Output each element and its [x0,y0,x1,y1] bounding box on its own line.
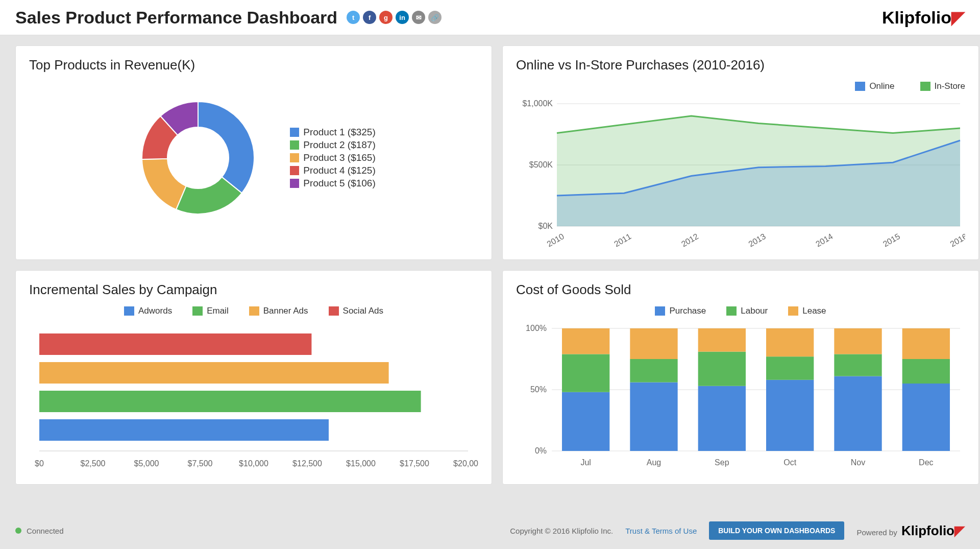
svg-text:Dec: Dec [919,458,933,467]
legend-item: In-Store [920,81,965,91]
svg-rect-42 [698,352,746,386]
gplus-icon[interactable]: g [379,11,393,24]
svg-text:$500K: $500K [529,160,553,169]
terms-link[interactable]: Trust & Terms of Use [625,527,697,535]
svg-text:2014: 2014 [814,232,834,249]
svg-text:$5,000: $5,000 [134,459,159,468]
card-cost-of-goods: Cost of Goods Sold PurchaseLabourLease 0… [502,270,979,485]
legend-item: Email [192,306,229,316]
legend-item: Product 5 ($106) [290,178,376,189]
stack-chart: 0%50%100%JulAugSepOctNovDec [516,323,965,476]
card-incremental-sales: Incremental Sales by Campaign AdwordsEma… [15,270,492,485]
svg-text:2010: 2010 [546,232,566,249]
hbar-legend: AdwordsEmailBanner AdsSocial Ads [29,306,478,316]
svg-text:2016: 2016 [949,232,965,249]
svg-rect-45 [766,380,814,451]
card-title: Top Products in Revenue(K) [29,57,478,73]
build-dashboards-button[interactable]: BUILD YOUR OWN DASHBOARDS [709,521,844,540]
svg-rect-47 [766,328,814,356]
svg-rect-41 [698,386,746,451]
svg-text:2011: 2011 [612,232,632,249]
donut-chart [132,91,264,224]
legend-item: Adwords [124,306,172,316]
svg-text:$2,500: $2,500 [81,459,106,468]
svg-text:Sep: Sep [715,458,729,467]
svg-text:2015: 2015 [881,232,901,249]
svg-rect-33 [562,392,609,451]
svg-rect-34 [562,354,609,392]
footer: Connected Copyright © 2016 Klipfolio Inc… [0,512,980,549]
legend-item: Product 1 ($325) [290,127,376,138]
svg-text:$0K: $0K [538,222,553,230]
svg-text:$10,000: $10,000 [239,459,268,468]
svg-rect-51 [834,328,881,354]
svg-rect-39 [630,328,677,359]
card-title: Online vs In-Store Purchases (2010-2016) [516,57,965,73]
powered-by: Powered by Klipfolio◤ [856,523,965,539]
svg-rect-46 [766,356,814,380]
svg-text:Jul: Jul [580,458,591,467]
legend-item: Banner Ads [249,306,308,316]
area-legend: OnlineIn-Store [516,81,965,91]
svg-rect-43 [698,328,746,352]
donut-legend: Product 1 ($325)Product 2 ($187)Product … [290,125,376,190]
share-icons: t f g in ✉ 🔗 [347,11,442,24]
svg-text:$0: $0 [35,459,44,468]
svg-rect-15 [39,391,421,412]
legend-item: Product 4 ($125) [290,165,376,176]
facebook-icon[interactable]: f [363,11,376,24]
svg-rect-50 [834,354,881,376]
hbar-chart: $0$2,500$5,000$7,500$10,000$12,500$15,00… [29,323,478,476]
svg-rect-55 [902,328,950,359]
svg-text:Aug: Aug [647,458,661,467]
svg-text:Nov: Nov [851,458,865,467]
card-top-products: Top Products in Revenue(K) Product 1 ($3… [15,45,492,260]
svg-rect-53 [902,384,950,451]
svg-text:$7,500: $7,500 [188,459,213,468]
svg-text:50%: 50% [530,385,547,394]
svg-text:0%: 0% [535,446,547,455]
brand-logo: Klipfolio◤ [882,7,965,28]
svg-text:$20,000: $20,000 [453,459,478,468]
svg-rect-13 [39,333,311,355]
copyright: Copyright © 2016 Klipfolio Inc. [510,527,613,535]
svg-rect-16 [39,419,329,441]
svg-rect-14 [39,362,389,384]
legend-item: Labour [726,306,768,316]
status-text: Connected [27,527,64,535]
header: Sales Product Performance Dashboard t f … [0,0,980,35]
svg-text:$1,000K: $1,000K [522,99,553,108]
svg-text:$17,500: $17,500 [400,459,429,468]
svg-rect-35 [562,328,609,354]
page-title: Sales Product Performance Dashboard [15,8,337,28]
card-title: Cost of Goods Sold [516,282,965,298]
legend-item: Product 2 ($187) [290,139,376,151]
legend-item: Online [855,81,894,91]
twitter-icon[interactable]: t [347,11,360,24]
svg-rect-38 [630,359,677,383]
legend-item: Purchase [655,306,706,316]
card-online-vs-instore: Online vs In-Store Purchases (2010-2016)… [502,45,979,260]
area-chart: $0K$500K$1,000K2010201120122013201420152… [516,99,965,252]
svg-text:2012: 2012 [680,232,700,249]
svg-text:$12,500: $12,500 [292,459,322,468]
svg-text:$15,000: $15,000 [346,459,376,468]
stack-legend: PurchaseLabourLease [516,306,965,316]
svg-text:100%: 100% [526,324,547,332]
svg-rect-54 [902,359,950,384]
svg-rect-49 [834,376,881,451]
legend-item: Social Ads [329,306,383,316]
svg-text:2013: 2013 [747,232,767,249]
mail-icon[interactable]: ✉ [412,11,425,24]
card-title: Incremental Sales by Campaign [29,282,478,298]
linkedin-icon[interactable]: in [396,11,409,24]
legend-item: Lease [788,306,826,316]
legend-item: Product 3 ($165) [290,152,376,163]
svg-text:Oct: Oct [783,458,796,467]
status-dot-icon [15,528,21,534]
svg-rect-37 [630,383,677,451]
link-icon[interactable]: 🔗 [428,11,442,24]
